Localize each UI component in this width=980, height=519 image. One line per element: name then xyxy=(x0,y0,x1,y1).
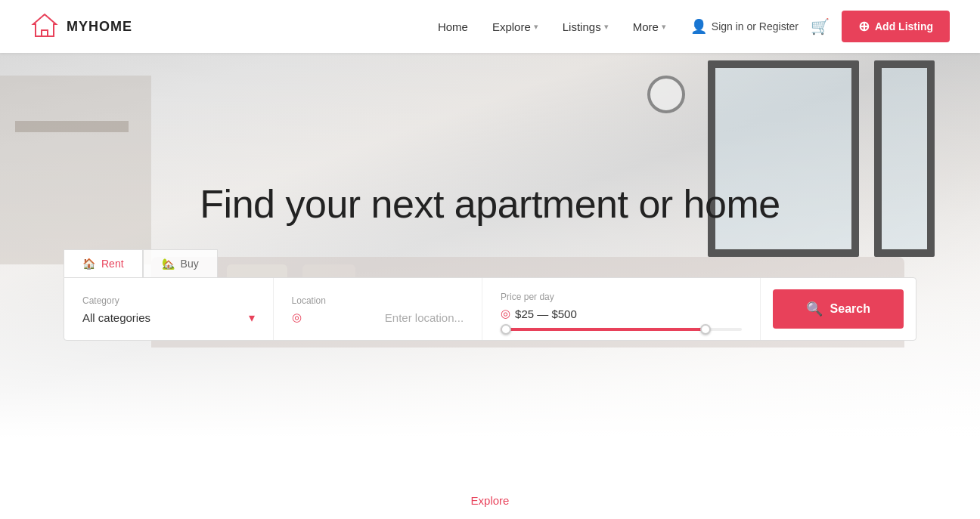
nav-listings[interactable]: Listings ▾ xyxy=(563,20,609,33)
category-field[interactable]: Category All categories ▾ xyxy=(64,278,274,340)
hero-title: Find your next apartment or home xyxy=(0,181,980,227)
tab-rent[interactable]: 🏠 Rent xyxy=(64,249,143,277)
location-placeholder: Enter location... xyxy=(385,311,464,324)
hero-section: Find your next apartment or home xyxy=(0,0,980,476)
logo-icon xyxy=(30,11,59,43)
nav-home[interactable]: Home xyxy=(438,20,468,33)
listings-chevron-icon: ▾ xyxy=(604,22,609,32)
price-value: $25 — $500 xyxy=(515,307,577,320)
explore-link[interactable]: Explore xyxy=(471,494,510,507)
logo[interactable]: MYHOME xyxy=(30,11,132,43)
location-field[interactable]: Location ◎ Enter location... xyxy=(274,278,483,340)
location-label: Location xyxy=(292,295,464,306)
location-value-row: ◎ Enter location... xyxy=(292,310,464,324)
nav-actions: 👤 Sign in or Register 🛒 ⊕ Add Listing xyxy=(690,11,950,42)
search-icon: 🔍 xyxy=(806,301,823,317)
location-dot-icon: ◎ xyxy=(292,310,302,324)
search-tabs: 🏠 Rent 🏡 Buy xyxy=(64,249,916,277)
nav-links: Home Explore ▾ Listings ▾ More ▾ xyxy=(438,20,666,33)
category-value-row: All categories ▾ xyxy=(82,310,255,325)
plus-circle-icon: ⊕ xyxy=(858,18,870,35)
user-icon: 👤 xyxy=(690,18,707,35)
price-label: Price per day xyxy=(501,292,742,302)
price-slider-track[interactable] xyxy=(501,328,742,331)
nav-more[interactable]: More ▾ xyxy=(633,20,666,33)
explore-chevron-icon: ▾ xyxy=(534,22,538,32)
nav-explore[interactable]: Explore ▾ xyxy=(492,20,538,33)
sign-in-button[interactable]: 👤 Sign in or Register xyxy=(690,18,799,35)
buy-icon: 🏡 xyxy=(162,258,175,270)
rent-icon: 🏠 xyxy=(82,258,95,270)
search-button[interactable]: 🔍 Search xyxy=(773,289,904,329)
price-slider-thumb-left[interactable] xyxy=(501,324,511,335)
price-field[interactable]: Price per day ◎ $25 — $500 xyxy=(482,278,761,340)
category-value: All categories xyxy=(82,311,150,324)
price-value-row: ◎ $25 — $500 xyxy=(501,307,742,320)
search-box: Category All categories ▾ Location ◎ Ent… xyxy=(64,277,916,341)
svg-rect-0 xyxy=(42,30,48,36)
price-slider-fill xyxy=(501,328,706,331)
add-listing-button[interactable]: ⊕ Add Listing xyxy=(842,11,950,42)
category-dropdown-icon: ▾ xyxy=(249,310,255,325)
search-container: 🏠 Rent 🏡 Buy Category All categories ▾ L… xyxy=(64,249,916,341)
category-label: Category xyxy=(82,295,255,306)
price-icon: ◎ xyxy=(501,307,510,320)
navbar: MYHOME Home Explore ▾ Listings ▾ More ▾ … xyxy=(0,0,980,53)
tab-buy[interactable]: 🏡 Buy xyxy=(143,249,218,277)
price-slider-thumb-right[interactable] xyxy=(700,324,711,335)
search-button-wrapper: 🔍 Search xyxy=(761,278,916,340)
logo-text: MYHOME xyxy=(67,19,132,35)
cart-icon[interactable]: 🛒 xyxy=(811,17,830,36)
more-chevron-icon: ▾ xyxy=(662,22,666,32)
